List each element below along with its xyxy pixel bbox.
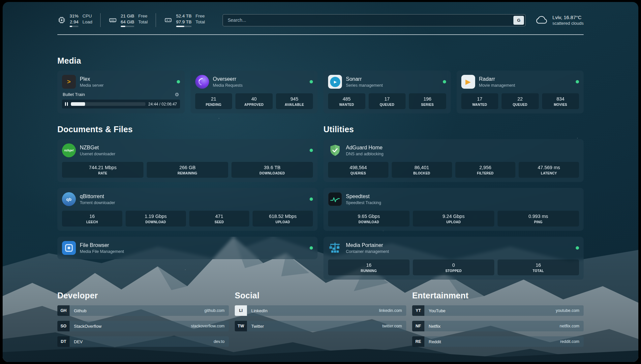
bookmark-body: YouTubeyoutube.com — [424, 305, 584, 316]
card-sonarr[interactable]: ▶ Sonarr Series management 485WANTED 17Q… — [323, 71, 451, 113]
qbittorrent-icon: qb — [62, 192, 76, 206]
card-subtitle: Container management — [346, 249, 572, 254]
card-subtitle: Usenet downloader — [80, 152, 306, 156]
card-stats: 485WANTED 17QUEUED 196SERIES — [328, 93, 446, 109]
stat-label: LATENCY — [519, 171, 578, 175]
stat-queued: 22QUEUED — [502, 93, 539, 109]
bookmark-dev[interactable]: DT DEVdev.to — [57, 336, 229, 347]
bookmark-name: Netflix — [429, 324, 441, 329]
stat-label: WANTED — [329, 103, 365, 106]
bookmarks-row: Developer GH Githubgithub.com SO StackOv… — [57, 291, 584, 352]
stat-value: 21 — [196, 96, 232, 102]
card-subtitle: Series management — [346, 83, 439, 88]
stat-label: REMAINING — [147, 171, 228, 175]
card-stats: 16RUNNING 0STOPPED 16TOTAL — [328, 259, 579, 275]
card-filebrowser[interactable]: File Browser Media File Management — [57, 237, 318, 259]
card-subtitle: Media Requests — [213, 83, 306, 88]
card-nzbget[interactable]: nzbget NZBGet Usenet downloader 744.21 M… — [57, 139, 318, 182]
stat-blocked: 86,401BLOCKED — [392, 162, 452, 178]
card-title: Media Portainer — [346, 242, 572, 248]
status-dot — [310, 149, 313, 152]
card-portainer[interactable]: Media Portainer Container management 16R… — [323, 237, 584, 280]
section-developer: Developer GH Githubgithub.com SO StackOv… — [57, 291, 229, 352]
stat-remaining: 266 GBREMAINING — [147, 162, 228, 178]
bookmark-url: reddit.com — [560, 339, 579, 344]
stat-label: DOWNLOAD — [329, 220, 409, 224]
stat-value: 834 — [543, 96, 579, 102]
stat-label: LEECH — [63, 220, 122, 224]
bookmark-name: YouTube — [429, 308, 445, 313]
shield-icon — [328, 144, 342, 157]
section-heading-social: Social — [235, 291, 406, 300]
stat-latency: 47.569 msLATENCY — [519, 162, 579, 178]
bookmark-stackoverflow[interactable]: SO StackOverflowstackoverflow.com — [57, 321, 229, 331]
stat-upload: 9.24 GbpsUPLOAD — [413, 211, 494, 227]
search-provider-button[interactable]: G — [513, 16, 524, 25]
card-overseerr[interactable]: Overseerr Media Requests 21PENDING 40APP… — [191, 71, 318, 113]
media-cards-row: > Plex Media server Bullet Train ⚙ 24:44… — [57, 71, 584, 113]
disk-label-top: Free — [196, 13, 205, 19]
cpu-usage-bar — [70, 26, 78, 27]
bookmark-name: Twitter — [251, 324, 264, 329]
crane-icon — [329, 242, 341, 254]
progress-track[interactable] — [71, 102, 145, 106]
card-title: Sonarr — [346, 76, 439, 82]
stat-value: 945 — [277, 96, 313, 102]
stat-label: SERIES — [410, 103, 445, 106]
bookmark-abbr: SO — [57, 321, 70, 331]
card-header: ▶ Radarr Movie management — [461, 75, 579, 89]
card-speedtest[interactable]: Speedtest Speedtest Tracking 9.65 GbpsDO… — [323, 188, 584, 231]
card-plex[interactable]: > Plex Media server Bullet Train ⚙ 24:44… — [57, 71, 185, 113]
portainer-icon — [328, 241, 342, 255]
disk-widget: 52.4 TB Free 97.9 TB Total — [156, 13, 213, 27]
stat-filtered: 2,956FILTERED — [455, 162, 516, 178]
bookmark-url: stackoverflow.com — [191, 324, 225, 328]
gear-icon[interactable]: ⚙ — [175, 92, 179, 97]
stat-download: 1.19 GbpsDOWNLOAD — [126, 211, 186, 227]
overseerr-swirl — [197, 77, 207, 87]
memory-usage-fill — [121, 26, 125, 27]
stat-label: QUEUED — [369, 103, 405, 106]
stat-value: 16 — [63, 214, 122, 219]
card-adguard[interactable]: AdGuard Home DNS and adblocking 498,564Q… — [323, 139, 584, 182]
bookmark-name: DEV — [74, 339, 83, 344]
stat-label: BLOCKED — [392, 171, 451, 175]
card-titles: Sonarr Series management — [346, 76, 439, 88]
card-subtitle: Media server — [80, 83, 173, 88]
cpu-label-bottom: Load — [82, 19, 92, 25]
card-title: File Browser — [80, 242, 306, 248]
bookmark-twitter[interactable]: TW Twittertwitter.com — [235, 321, 406, 331]
bookmark-body: LinkedInlinkedin.com — [247, 305, 406, 316]
dashboard-content: 31% CPU 2.94 Load 21 GiB Free 64 GiB Tot… — [3, 2, 638, 362]
memory-free: 21 GiB — [121, 13, 134, 19]
bookmark-reddit[interactable]: RE Redditreddit.com — [412, 336, 584, 347]
search-input[interactable] — [223, 14, 526, 26]
pause-icon[interactable] — [65, 102, 68, 106]
disk-label-bottom: Total — [196, 19, 205, 25]
bookmark-netflix[interactable]: NF Netflixnetflix.com — [412, 321, 584, 331]
card-title: AdGuard Home — [346, 145, 579, 151]
search-bar: G — [223, 14, 526, 26]
bookmark-linkedin[interactable]: LI LinkedInlinkedin.com — [235, 305, 406, 316]
stat-wanted: 17WANTED — [461, 93, 499, 109]
disk-icon — [164, 16, 172, 24]
bookmark-url: github.com — [204, 308, 225, 313]
documents-cards: nzbget NZBGet Usenet downloader 744.21 M… — [57, 139, 318, 259]
disk-usage-bar — [176, 26, 192, 27]
sonarr-play-badge: ▶ — [330, 77, 340, 87]
bookmark-github[interactable]: GH Githubgithub.com — [57, 305, 229, 316]
card-titles: Media Portainer Container management — [346, 242, 572, 254]
card-qbittorrent[interactable]: qb qBittorrent Torrent downloader 16LEEC… — [57, 188, 318, 231]
card-radarr[interactable]: ▶ Radarr Movie management 17WANTED 22QUE… — [457, 71, 584, 113]
qbittorrent-logo-text: qb — [66, 197, 72, 202]
cpu-icon — [57, 16, 66, 24]
section-entertainment: Entertainment YT YouTubeyoutube.com NF N… — [412, 291, 584, 352]
stat-value: 22 — [502, 96, 538, 102]
card-subtitle: Speedtest Tracking — [346, 200, 579, 205]
nzbget-logo-text: nzbget — [64, 149, 74, 152]
stat-seed: 471SEED — [189, 211, 250, 227]
cpu-usage-fill — [70, 26, 72, 27]
stat-download: 9.65 GbpsDOWNLOAD — [328, 211, 410, 227]
stat-queued: 17QUEUED — [369, 93, 406, 109]
bookmark-youtube[interactable]: YT YouTubeyoutube.com — [412, 305, 584, 316]
